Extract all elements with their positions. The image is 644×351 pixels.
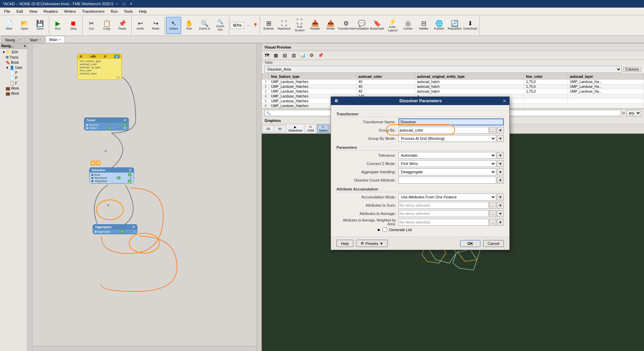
dialog-tolerance-arrow-button[interactable]: ▼ <box>497 152 504 159</box>
tab-main[interactable]: Main × <box>45 36 65 43</box>
dialog-generate-list-checkbox[interactable] <box>383 227 387 232</box>
menu-help[interactable]: Help <box>136 9 149 14</box>
col-fme-color[interactable]: fme_color <box>524 74 568 80</box>
menu-readers[interactable]: Readers <box>41 9 61 14</box>
dialog-help-button[interactable]: Help <box>336 240 353 247</box>
dialog-cancel-button[interactable]: Cancel <box>483 240 504 247</box>
dissolver-node-settings-icon[interactable]: ⚙ <box>129 168 132 172</box>
middle-button[interactable]: ⊟ Middle <box>416 17 431 34</box>
tab-navigator-close[interactable]: × <box>19 38 21 42</box>
graphics-slideshow-button[interactable]: ▶ Slideshow <box>287 125 304 133</box>
zoom-in-button[interactable]: 🔍 Zoom In <box>197 17 212 34</box>
aggregator-node-settings-icon[interactable]: ⚙ <box>132 225 135 229</box>
nav-item-user[interactable]: ▼ 👤 User <box>1 65 27 70</box>
all-node-settings-icon[interactable]: ⚙ <box>104 55 106 58</box>
all-feature-node[interactable]: ⚙ ‹All› ⚙ ⊞ fme_feature_type autocad_col… <box>77 54 122 80</box>
dialog-accumulation-mode-select[interactable]: Use Attributes From One Feature <box>398 194 496 200</box>
zoom-minus-button[interactable]: − <box>245 22 252 29</box>
col-autocad-layer[interactable]: autocad_layer <box>568 74 644 80</box>
save-button[interactable]: 💾 Save <box>32 17 48 34</box>
dialog-dissolve-count-arrow-button[interactable]: ▼ <box>497 177 504 184</box>
maximize-button[interactable]: □ <box>121 1 127 6</box>
dissolver-node[interactable]: Dissolver ⚙ ▶ Area ● ▶ Remnants ● 6 ▶ ‹R… <box>89 167 134 184</box>
extents-button[interactable]: ⊞ Extents <box>261 17 276 34</box>
tab-start-close[interactable]: × <box>39 38 41 42</box>
download-button[interactable]: ⬇ Download <box>463 17 478 34</box>
transformer-button[interactable]: ⚙ Transformer <box>339 17 354 34</box>
select-button[interactable]: ↖ Select <box>166 17 181 34</box>
search-any-dropdown[interactable]: any <box>626 110 641 116</box>
dialog-attrs-avg-weighted-dots-button[interactable]: … <box>489 219 496 226</box>
nav-item-book[interactable]: 🔖 Book <box>1 60 27 65</box>
col-autocad-color[interactable]: autocad_color <box>356 74 415 80</box>
dialog-close-button[interactable]: × <box>503 98 506 104</box>
table-columns-button[interactable]: Columns <box>623 67 641 72</box>
tab-navigator[interactable]: Navig... × <box>1 36 25 43</box>
menu-run[interactable]: Run <box>108 9 121 14</box>
close-button[interactable]: × <box>128 1 135 6</box>
copy-button[interactable]: 📋 Copy <box>99 17 114 34</box>
nav-item-e04[interactable]: ▼ 📁 E04 <box>1 50 27 55</box>
dialog-attrs-sum-input[interactable] <box>398 202 489 209</box>
menu-edit[interactable]: Edit <box>14 9 26 14</box>
reader-button[interactable]: 📥 Reader <box>308 17 323 34</box>
nav-item-trans[interactable]: ⚙ Trans <box>1 55 27 60</box>
vp-map-icon-btn[interactable]: 🗺 <box>263 52 271 59</box>
dialog-connect-z-select[interactable]: First Wins <box>398 160 496 167</box>
vp-table-rows-icon-btn[interactable]: ▤ <box>281 52 289 59</box>
vp-chart-icon-btn[interactable]: 📊 <box>299 52 307 59</box>
menu-file[interactable]: File <box>1 9 13 14</box>
publish-button[interactable]: 🌐 Publish <box>432 17 447 34</box>
dialog-attrs-avg-weighted-arrow-button[interactable]: ▼ <box>497 219 504 226</box>
center-button[interactable]: ◎ Center <box>401 17 416 34</box>
graphics-orbit-button[interactable]: ↻ Orbit <box>305 125 316 133</box>
writer-button[interactable]: 📤 Writer <box>323 17 338 34</box>
dialog-group-by-input[interactable] <box>398 127 489 134</box>
zoom-input[interactable] <box>230 22 244 29</box>
dialog-attrs-avg-weighted-input[interactable] <box>398 219 489 226</box>
dialog-aggregate-select[interactable]: Deaggregate <box>398 168 496 175</box>
graphics-3d-button[interactable]: 3D <box>275 126 285 131</box>
nav-item-work1[interactable]: 💼 Work <box>1 86 27 91</box>
col-autocad-original-entity-type[interactable]: autocad_original_entity_type <box>415 74 524 80</box>
menu-writers[interactable]: Writers <box>61 9 79 14</box>
republish-button[interactable]: 🔄 Republish <box>447 17 462 34</box>
nav-item-f1[interactable]: 📋 F <box>1 81 27 86</box>
dialog-group-by-mode-select[interactable]: Process At End (Blocking) Process When G… <box>398 135 496 142</box>
dialog-group-by-arrow-button[interactable]: ▼ <box>497 127 504 134</box>
col-fme-feature-type[interactable]: fme_feature_type <box>269 74 356 80</box>
tester-node[interactable]: Tester ⚙ ▶ Passed ● ▶ Failed ● 26 <box>84 117 129 131</box>
minimize-button[interactable]: − <box>113 1 120 6</box>
aggregator-node[interactable]: Aggregator ⚙ ▶ Aggregate ● 2 <box>93 224 137 234</box>
dialog-attrs-avg-input[interactable] <box>398 210 489 217</box>
cut-button[interactable]: ✂ Cut <box>84 17 99 34</box>
run-button[interactable]: ▶ Run <box>50 17 65 34</box>
open-button[interactable]: 📂 Open <box>17 17 32 34</box>
navigator-close-icon[interactable]: × <box>24 44 26 48</box>
dialog-presets-button[interactable]: ⚙ Presets ▼ <box>356 240 388 247</box>
dialog-group-by-dots-button[interactable]: … <box>489 127 496 134</box>
dialog-attrs-sum-arrow-button[interactable]: ▼ <box>497 202 504 209</box>
dialog-tolerance-select[interactable]: Automatic <box>398 152 496 159</box>
dialog-dissolve-count-input[interactable] <box>398 177 496 184</box>
full-screen-button[interactable]: ⛶ Full Screen <box>292 17 307 34</box>
table-feature-select[interactable]: Dissolver_Area <box>264 66 622 73</box>
canvas-scroll-right[interactable] <box>257 43 261 351</box>
redo-button[interactable]: ↪ Redo <box>148 17 163 34</box>
graphics-select-button[interactable]: ↖ Select <box>317 125 329 133</box>
nav-item-p2[interactable]: 📄 P <box>1 75 27 81</box>
tester-node-settings-icon[interactable]: ⚙ <box>124 118 126 122</box>
new-button[interactable]: 📄 New <box>1 17 17 34</box>
nav-item-work2[interactable]: 💼 Work <box>1 91 27 96</box>
menu-transformers[interactable]: Transformers <box>80 9 107 14</box>
vp-table-flat-icon-btn[interactable]: ▦ <box>272 52 280 59</box>
paste-button[interactable]: 📌 Paste <box>115 17 130 34</box>
canvas-scroll-left[interactable] <box>28 43 32 351</box>
undo-button[interactable]: ↩ Undo <box>133 17 148 34</box>
dialog-attrs-avg-arrow-button[interactable]: ▼ <box>497 210 504 217</box>
menu-view[interactable]: View <box>27 9 40 14</box>
dialog-attrs-sum-dots-button[interactable]: … <box>489 202 496 209</box>
vp-filter-icon-btn[interactable]: ⚙ <box>308 52 315 59</box>
nav-item-p1[interactable]: 📄 P <box>1 70 27 75</box>
tab-start[interactable]: Start × <box>26 36 45 43</box>
